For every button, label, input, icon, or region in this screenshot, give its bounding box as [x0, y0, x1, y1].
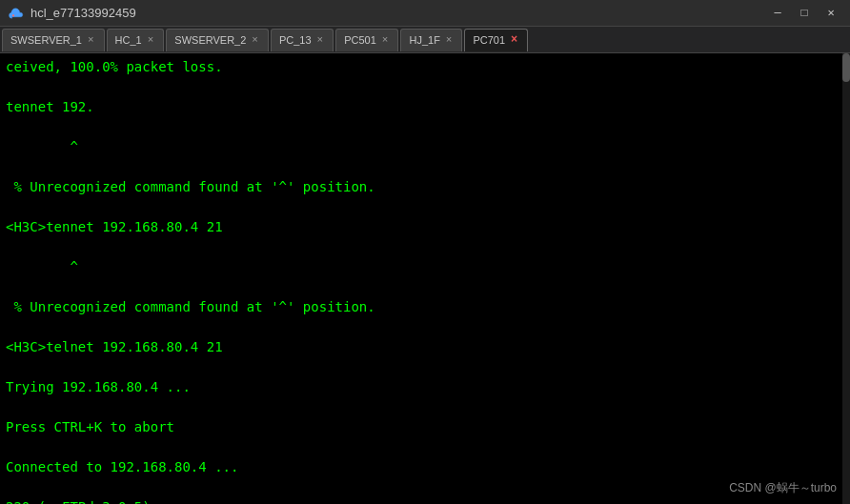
tab-hj1f-close[interactable]: ×	[444, 33, 455, 47]
terminal[interactable]: ceived, 100.0% packet loss. tennet 192. …	[0, 53, 850, 504]
terminal-line-12: 220 (vsFTPd 3.0.5)	[6, 497, 844, 504]
tab-hc1[interactable]: HC_1 ×	[107, 29, 165, 51]
tab-hc1-close[interactable]: ×	[146, 33, 156, 47]
terminal-line-1: ceived, 100.0% packet loss.	[6, 57, 844, 77]
terminal-line-11: Connected to 192.168.80.4 ...	[6, 457, 844, 477]
cloud-icon	[8, 5, 25, 22]
terminal-line-8: <H3C>telnet 192.168.80.4 21	[6, 337, 844, 357]
tab-pc501[interactable]: PC501 ×	[335, 29, 398, 51]
svg-point-0	[12, 14, 14, 16]
terminal-line-2: tennet 192.	[6, 97, 844, 117]
terminal-line-7: % Unrecognized command found at '^' posi…	[6, 297, 844, 317]
title-bar-controls: — □ ✕	[766, 5, 842, 22]
terminal-line-9: Trying 192.168.80.4 ...	[6, 377, 844, 397]
tab-swserver2-close[interactable]: ×	[250, 33, 260, 47]
tab-hj1f[interactable]: HJ_1F ×	[400, 29, 462, 51]
terminal-output: ceived, 100.0% packet loss. tennet 192. …	[6, 57, 844, 504]
tab-pc701-close[interactable]: ×	[509, 32, 519, 48]
tab-pc13[interactable]: PC_13 ×	[271, 29, 334, 51]
title-bar: hcl_e77133992459 — □ ✕	[0, 0, 850, 27]
terminal-line-3: ^	[6, 137, 844, 157]
tab-swserver1[interactable]: SWSERVER_1 ×	[2, 29, 105, 51]
terminal-line-4: % Unrecognized command found at '^' posi…	[6, 177, 844, 197]
terminal-line-10: Press CTRL+K to abort	[6, 417, 844, 437]
terminal-line-5: <H3C>tennet 192.168.80.4 21	[6, 217, 844, 237]
title-bar-text: hcl_e77133992459	[30, 6, 766, 20]
tab-swserver1-close[interactable]: ×	[86, 33, 96, 47]
close-button[interactable]: ✕	[820, 5, 842, 22]
tab-pc501-close[interactable]: ×	[380, 33, 391, 47]
tab-pc13-close[interactable]: ×	[315, 33, 326, 47]
scrollbar[interactable]	[842, 53, 850, 504]
tab-swserver2[interactable]: SWSERVER_2 ×	[166, 29, 269, 51]
tab-bar: SWSERVER_1 × HC_1 × SWSERVER_2 × PC_13 ×…	[0, 27, 850, 53]
scrollbar-thumb[interactable]	[842, 53, 850, 82]
maximize-button[interactable]: □	[793, 5, 816, 22]
terminal-line-6: ^	[6, 257, 844, 277]
minimize-button[interactable]: —	[766, 5, 789, 22]
tab-pc701[interactable]: PC701 ×	[464, 29, 528, 51]
